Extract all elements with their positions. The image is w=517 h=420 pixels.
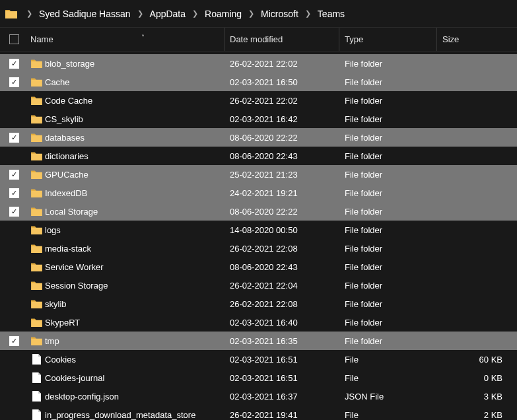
cell-name: skylib	[29, 299, 224, 309]
cell-type: File folder	[339, 96, 437, 106]
table-row[interactable]: dictionaries08-06-2020 22:43File folder	[0, 147, 517, 165]
file-name: Service Worker	[45, 262, 104, 272]
folder-icon	[5, 9, 17, 18]
table-row[interactable]: ✓databases08-06-2020 22:22File folder	[0, 128, 517, 147]
cell-date: 26-02-2021 19:41	[224, 410, 339, 420]
checkbox-checked-icon: ✓	[9, 207, 19, 217]
table-row[interactable]: Code Cache26-02-2021 22:02File folder	[0, 91, 517, 110]
file-name: Cache	[45, 77, 70, 87]
file-name: Local Storage	[45, 207, 98, 217]
table-row[interactable]: ✓blob_storage26-02-2021 22:02File folder	[0, 54, 517, 73]
table-row[interactable]: media-stack26-02-2021 22:08File folder	[0, 239, 517, 258]
folder-icon	[29, 133, 44, 142]
column-label: Name	[30, 34, 53, 44]
table-row[interactable]: Service Worker08-06-2020 22:43File folde…	[0, 258, 517, 276]
file-name: Cookies	[45, 355, 76, 365]
cell-date: 02-03-2021 16:50	[224, 77, 339, 87]
table-row[interactable]: desktop-config.json02-03-2021 16:37JSON …	[0, 387, 517, 405]
cell-date: 26-02-2021 22:04	[224, 281, 339, 291]
cell-name: Session Storage	[29, 281, 224, 291]
cell-date: 26-02-2021 22:08	[224, 244, 339, 254]
file-icon	[29, 372, 44, 383]
column-header-size[interactable]: Size	[437, 28, 517, 51]
cell-type: File folder	[339, 170, 437, 180]
file-name: Session Storage	[45, 281, 108, 291]
cell-name: SkypeRT	[29, 318, 224, 328]
cell-name: IndexedDB	[29, 188, 224, 198]
table-row[interactable]: CS_skylib02-03-2021 16:42File folder	[0, 110, 517, 128]
breadcrumb-item[interactable]: AppData	[149, 7, 187, 20]
folder-icon	[29, 207, 44, 216]
breadcrumb-item[interactable]: Microsoft	[259, 7, 300, 20]
cell-type: File folder	[339, 207, 437, 217]
cell-date: 02-03-2021 16:40	[224, 318, 339, 328]
file-name: media-stack	[45, 244, 91, 254]
column-label: Type	[345, 34, 363, 44]
cell-type: File folder	[339, 244, 437, 254]
cell-type: File folder	[339, 151, 437, 161]
table-row[interactable]: in_progress_download_metadata_store26-02…	[0, 405, 517, 420]
column-header-type[interactable]: Type	[339, 28, 437, 51]
column-header-date[interactable]: Date modified	[224, 28, 339, 51]
table-row[interactable]: ✓Local Storage08-06-2020 22:22File folde…	[0, 202, 517, 221]
folder-icon	[29, 96, 44, 105]
cell-name: logs	[29, 225, 224, 235]
cell-date: 25-02-2021 21:23	[224, 170, 339, 180]
breadcrumb-item[interactable]: Roaming	[203, 7, 243, 20]
table-row[interactable]: ✓GPUCache25-02-2021 21:23File folder	[0, 165, 517, 184]
cell-date: 08-06-2020 22:43	[224, 151, 339, 161]
cell-type: File folder	[339, 133, 437, 143]
folder-icon	[29, 244, 44, 253]
table-row[interactable]: skylib26-02-2021 22:08File folder	[0, 295, 517, 313]
breadcrumb-item[interactable]: Syed Sadique Hassan	[38, 7, 132, 20]
cell-date: 02-03-2021 16:35	[224, 336, 339, 346]
column-header-name[interactable]: Name ˄	[29, 28, 224, 51]
checkbox-checked-icon: ✓	[9, 188, 19, 198]
cell-type: File folder	[339, 188, 437, 198]
cell-size: 60 KB	[437, 355, 517, 365]
cell-name: desktop-config.json	[29, 391, 224, 402]
cell-size: 3 KB	[437, 392, 517, 402]
file-name: Cookies-journal	[45, 373, 104, 383]
table-row[interactable]: ✓IndexedDB24-02-2021 19:21File folder	[0, 184, 517, 202]
file-name: in_progress_download_metadata_store	[45, 410, 195, 420]
cell-name: in_progress_download_metadata_store	[29, 409, 224, 420]
row-checkbox[interactable]: ✓	[9, 133, 29, 143]
cell-type: File folder	[339, 336, 437, 346]
breadcrumb-item[interactable]: Teams	[316, 7, 346, 20]
column-label: Date modified	[230, 34, 283, 44]
table-row[interactable]: SkypeRT02-03-2021 16:40File folder	[0, 313, 517, 332]
table-row[interactable]: logs14-08-2020 00:50File folder	[0, 221, 517, 239]
cell-date: 08-06-2020 22:22	[224, 133, 339, 143]
table-row[interactable]: Cookies02-03-2021 16:51File60 KB	[0, 350, 517, 368]
row-checkbox[interactable]: ✓	[9, 336, 29, 346]
folder-icon	[29, 170, 44, 179]
cell-date: 26-02-2021 22:08	[224, 299, 339, 309]
checkbox-checked-icon: ✓	[9, 133, 19, 143]
file-name: skylib	[45, 299, 67, 309]
row-checkbox[interactable]: ✓	[9, 170, 29, 180]
folder-icon	[29, 77, 44, 87]
folder-icon	[29, 299, 44, 308]
row-checkbox[interactable]: ✓	[9, 59, 29, 69]
table-row[interactable]: ✓Cache02-03-2021 16:50File folder	[0, 73, 517, 91]
checkbox-icon	[9, 34, 19, 44]
chevron-right-icon: ❯	[243, 9, 259, 18]
chevron-right-icon: ❯	[187, 9, 203, 18]
table-row[interactable]: Session Storage26-02-2021 22:04File fold…	[0, 276, 517, 295]
cell-size: 0 KB	[437, 373, 517, 383]
table-row[interactable]: ✓tmp02-03-2021 16:35File folder	[0, 332, 517, 350]
cell-date: 24-02-2021 19:21	[224, 188, 339, 198]
row-checkbox[interactable]: ✓	[9, 77, 29, 87]
folder-icon	[29, 281, 44, 290]
row-checkbox[interactable]: ✓	[9, 207, 29, 217]
cell-type: File folder	[339, 77, 437, 87]
row-checkbox[interactable]: ✓	[9, 188, 29, 198]
cell-name: Cookies	[29, 354, 224, 365]
cell-name: Cache	[29, 77, 224, 87]
checkbox-checked-icon: ✓	[9, 59, 19, 69]
cell-type: File folder	[339, 59, 437, 69]
breadcrumb: ❯ Syed Sadique Hassan ❯ AppData ❯ Roamin…	[0, 0, 517, 28]
table-row[interactable]: Cookies-journal02-03-2021 16:51File0 KB	[0, 368, 517, 387]
select-all-checkbox[interactable]	[9, 34, 29, 44]
